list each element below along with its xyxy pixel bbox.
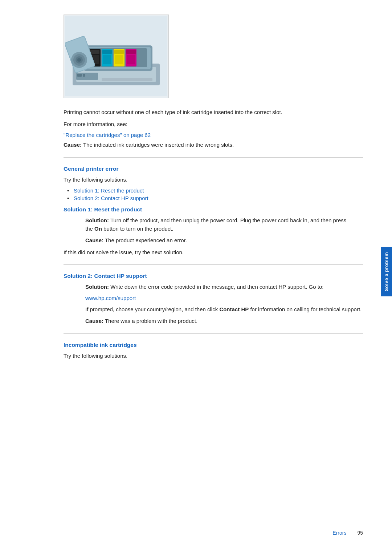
solution2-cause: Cause: There was a problem with the prod… [85, 317, 363, 325]
svg-rect-10 [102, 50, 112, 54]
general-printer-error-intro: Try the following solutions. [64, 176, 363, 184]
divider-1 [64, 157, 363, 158]
svg-point-27 [77, 58, 81, 62]
svg-rect-21 [77, 74, 82, 77]
solution1-heading: Solution 1: Reset the product [64, 206, 363, 213]
printer-image [64, 15, 169, 98]
solution1-block: Solution: Turn off the product, and then… [85, 216, 363, 245]
solution2-followup: If prompted, choose your country/region,… [85, 305, 363, 314]
svg-rect-13 [114, 50, 124, 54]
page-container: Solve a problem [0, 0, 392, 543]
svg-rect-7 [90, 50, 99, 54]
svg-rect-17 [127, 55, 135, 64]
footer-page-number: 95 [357, 530, 363, 536]
solution2-text: Solution: Write down the error code prov… [85, 283, 363, 291]
svg-rect-14 [115, 55, 123, 64]
intro-cause: Cause: The indicated ink cartridges were… [64, 141, 363, 149]
incompatible-cartridges-intro: Try the following solutions. [64, 352, 363, 360]
content-area: Printing cannot occur without one of eac… [64, 0, 363, 385]
replace-cartridges-link[interactable]: "Replace the cartridges" on page 62 [64, 132, 151, 138]
solution2-block: Solution: Write down the error code prov… [85, 283, 363, 325]
divider-2 [64, 264, 363, 265]
solution1-link[interactable]: Solution 1: Reset the product [74, 187, 144, 194]
intro-body1: Printing cannot occur without one of eac… [64, 108, 363, 117]
hp-support-link[interactable]: www.hp.com/support [85, 295, 136, 301]
list-item: Solution 1: Reset the product [67, 187, 363, 194]
svg-rect-11 [103, 55, 111, 64]
incompatible-cartridges-heading: Incompatible ink cartridges [64, 342, 363, 348]
for-more-info: For more information, see: [64, 120, 363, 129]
general-printer-error-heading: General printer error [64, 166, 363, 172]
footer-label: Errors [332, 530, 346, 536]
printer-illustration [65, 16, 167, 96]
svg-rect-16 [126, 50, 136, 54]
printer-image-container [64, 15, 363, 98]
solution2-link[interactable]: Solution 2: Contact HP support [74, 195, 148, 201]
list-item: Solution 2: Contact HP support [67, 195, 363, 201]
solve-problem-tab[interactable]: Solve a problem [381, 247, 392, 296]
solution1-text: Solution: Turn off the product, and then… [85, 216, 363, 233]
solution1-cause: Cause: The product experienced an error. [85, 236, 363, 245]
footer-area: Errors 95 [332, 530, 363, 536]
svg-rect-22 [83, 74, 85, 77]
svg-rect-23 [102, 78, 152, 81]
general-printer-error-solutions-list: Solution 1: Reset the product Solution 2… [67, 187, 363, 201]
solution1-next: If this did not solve the issue, try the… [64, 248, 363, 257]
divider-3 [64, 333, 363, 334]
solution2-heading: Solution 2: Contact HP support [64, 273, 363, 279]
